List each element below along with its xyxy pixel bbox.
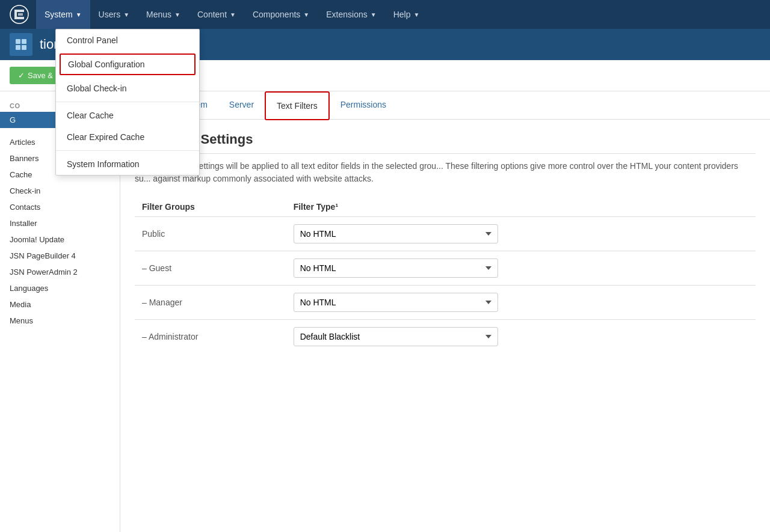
col-filter-type: Filter Type¹ — [286, 197, 756, 217]
filter-group-label: – Guest — [135, 251, 286, 286]
sidebar-item-contacts[interactable]: Contacts — [0, 199, 120, 215]
table-row: – ManagerNo HTML — [135, 286, 756, 320]
panel-icon[interactable] — [10, 33, 32, 56]
filter-type-select[interactable]: Default Blacklist — [294, 327, 498, 346]
save-icon: ✓ — [18, 71, 25, 80]
section-title: Text Filter Settings — [135, 132, 756, 154]
sidebar-item-languages[interactable]: Languages — [0, 280, 120, 296]
sidebar-item-installer[interactable]: Installer — [0, 215, 120, 231]
dropdown-item-global-checkin[interactable]: Global Check-in — [56, 78, 199, 99]
filter-type-cell: Default Blacklist — [286, 320, 756, 354]
tab-permissions[interactable]: Permissions — [330, 91, 397, 119]
filter-type-select[interactable]: No HTML — [294, 224, 498, 243]
svg-rect-3 — [16, 45, 20, 50]
chevron-down-icon: ▼ — [123, 11, 129, 18]
top-nav: System ▼ Users ▼ Menus ▼ Content ▼ Compo… — [0, 0, 770, 29]
nav-item-extensions[interactable]: Extensions ▼ — [318, 0, 384, 29]
svg-rect-1 — [16, 39, 20, 44]
nav-item-users[interactable]: Users ▼ — [90, 0, 138, 29]
system-dropdown-menu: Control Panel Global Configuration Globa… — [55, 29, 200, 176]
filter-type-cell: No HTML — [286, 286, 756, 320]
sidebar-item-joomla-update[interactable]: Joomla! Update — [0, 231, 120, 248]
dropdown-item-clear-expired-cache[interactable]: Clear Expired Cache — [56, 126, 199, 148]
chevron-down-icon: ▼ — [303, 11, 309, 18]
sidebar-item-checkin[interactable]: Check-in — [0, 183, 120, 199]
filter-type-select[interactable]: No HTML — [294, 258, 498, 278]
filter-group-label: – Administrator — [135, 320, 286, 354]
svg-rect-2 — [22, 39, 26, 44]
nav-item-components[interactable]: Components ▼ — [244, 0, 318, 29]
dropdown-divider-2 — [56, 150, 199, 151]
logo[interactable] — [6, 1, 32, 28]
content-body: Text Filter Settings These text filter s… — [120, 120, 770, 365]
chevron-down-icon: ▼ — [230, 11, 236, 18]
chevron-down-icon: ▼ — [413, 11, 419, 18]
nav-item-help[interactable]: Help ▼ — [385, 0, 428, 29]
dropdown-item-system-info[interactable]: System Information — [56, 153, 199, 175]
filter-type-cell: No HTML — [286, 217, 756, 251]
dropdown-divider — [56, 102, 199, 102]
dropdown-item-global-config[interactable]: Global Configuration — [60, 54, 196, 75]
tab-text-filters[interactable]: Text Filters — [265, 91, 330, 120]
table-row: PublicNo HTML — [135, 217, 756, 251]
nav-item-content[interactable]: Content ▼ — [189, 0, 244, 29]
filter-type-cell: No HTML — [286, 251, 756, 286]
filter-table: Filter Groups Filter Type¹ PublicNo HTML… — [135, 197, 756, 353]
table-row: – AdministratorDefault Blacklist — [135, 320, 756, 354]
content-area: Site System Server Text Filters Permissi… — [120, 91, 770, 532]
tab-server[interactable]: Server — [218, 91, 265, 119]
filter-group-label: – Manager — [135, 286, 286, 320]
nav-item-system[interactable]: System ▼ — [36, 0, 90, 29]
chevron-down-icon: ▼ — [174, 11, 180, 18]
sidebar-item-jsn-poweradmin[interactable]: JSN PowerAdmin 2 — [0, 264, 120, 280]
tabs-bar: Site System Server Text Filters Permissi… — [120, 91, 770, 120]
dropdown-item-control-panel[interactable]: Control Panel — [56, 29, 199, 51]
sidebar-item-jsn-pagebuilder[interactable]: JSN PageBuilder 4 — [0, 248, 120, 264]
nav-item-menus[interactable]: Menus ▼ — [138, 0, 189, 29]
section-description: These text filter settings will be appli… — [135, 160, 756, 185]
table-row: – GuestNo HTML — [135, 251, 756, 286]
chevron-down-icon: ▼ — [371, 11, 377, 18]
sidebar-item-menus[interactable]: Menus — [0, 313, 120, 329]
filter-type-select[interactable]: No HTML — [294, 293, 498, 312]
sidebar-item-media[interactable]: Media — [0, 296, 120, 313]
chevron-down-icon: ▼ — [76, 11, 82, 18]
dropdown-item-clear-cache[interactable]: Clear Cache — [56, 105, 199, 126]
filter-group-label: Public — [135, 217, 286, 251]
svg-rect-4 — [22, 45, 26, 50]
col-filter-groups: Filter Groups — [135, 197, 286, 217]
